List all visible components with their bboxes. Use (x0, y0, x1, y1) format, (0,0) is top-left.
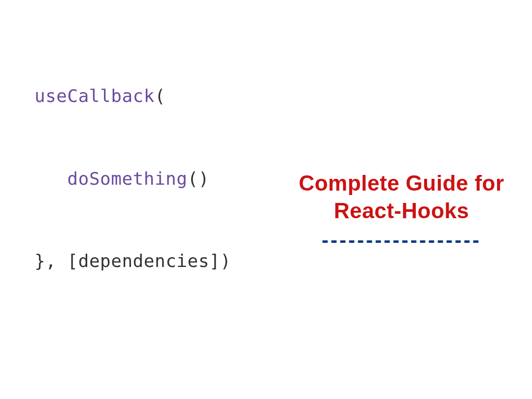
hook-name: useCallback (34, 86, 155, 106)
blank-line (34, 357, 231, 385)
code-line: }, [dependencies]) (34, 247, 231, 275)
code-line: useCallback( (34, 82, 231, 110)
title-line-1: Complete Guide for (273, 169, 530, 197)
code-snippet: useCallback( doSomething() }, [dependenc… (34, 0, 231, 399)
call-name: doSomething (67, 168, 188, 189)
title-block: Complete Guide for React-Hooks ---------… (273, 169, 530, 251)
title-line-2: React-Hooks (273, 197, 530, 225)
title-underline-dashes: ------------------ (273, 230, 530, 251)
code-line: doSomething() (34, 165, 231, 193)
dependencies-var: dependencies (78, 251, 209, 271)
